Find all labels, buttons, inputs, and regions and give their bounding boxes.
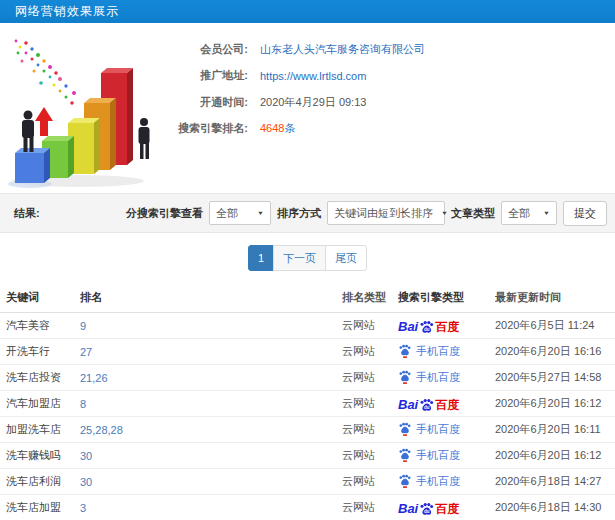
mobile-baidu-logo-icon: 手机百度: [398, 422, 460, 437]
filter-controls: 分搜索引擎查看 全部 ▼ 排序方式 关键词由短到长排序 ▼ 文章类型 全部 ▼ …: [126, 201, 607, 226]
info-fields: 会员公司: 山东老人头汽车服务咨询有限公司 推广地址: https://www.…: [160, 23, 615, 142]
rank-value[interactable]: 25,28,28: [80, 424, 123, 436]
mobile-baidu-paw-icon: [398, 448, 412, 463]
baidu-logo-suffix: 百度: [435, 399, 459, 411]
header-updated: 最新更新时间: [495, 290, 615, 305]
baidu-logo-prefix: Bai: [398, 502, 418, 515]
rank-value[interactable]: 8: [80, 398, 86, 410]
table-row: 加盟洗车店 25,28,28 云网站 du: [0, 417, 615, 443]
table-row: 开洗车行 27 云网站 du: [0, 339, 615, 365]
updated-cell: 2020年5月27日 14:58: [495, 370, 615, 385]
rank-value[interactable]: 30: [80, 476, 92, 488]
keyword-cell: 洗车店加盟: [0, 500, 80, 515]
rank-type-cell: 云网站: [342, 318, 398, 333]
engine-cell: du 手机百度: [398, 344, 495, 359]
mobile-baidu-label: 手机百度: [416, 370, 460, 385]
result-label: 结果:: [14, 206, 40, 221]
engine-cell: Bai du 百度: [398, 318, 495, 333]
info-section: 会员公司: 山东老人头汽车服务咨询有限公司 推广地址: https://www.…: [0, 23, 615, 193]
info-row-open-time: 开通时间: 2020年4月29日 09:13: [160, 89, 615, 116]
updated-cell: 2020年6月20日 16:16: [495, 344, 615, 359]
next-page-button[interactable]: 下一页: [273, 245, 326, 271]
table-header: 关键词 排名 排名类型 搜索引擎类型 最新更新时间: [0, 283, 615, 313]
updated-cell: 2020年6月20日 16:12: [495, 448, 615, 463]
updated-cell: 2020年6月20日 16:12: [495, 396, 615, 411]
engine-cell: du 手机百度: [398, 422, 495, 437]
up-arrow-icon: [35, 107, 53, 136]
page-button-1[interactable]: 1: [248, 245, 274, 271]
filter-bar: 结果: 分搜索引擎查看 全部 ▼ 排序方式 关键词由短到长排序 ▼ 文章类型 全…: [0, 193, 615, 233]
sort-filter-label: 排序方式: [277, 206, 321, 221]
rank-type-cell: 云网站: [342, 448, 398, 463]
last-page-button[interactable]: 尾页: [325, 245, 367, 271]
baidu-logo-suffix: 百度: [435, 321, 459, 333]
article-type-select[interactable]: 全部 ▼: [501, 201, 557, 225]
open-time-value: 2020年4月29日 09:13: [260, 95, 366, 110]
keyword-cell: 洗车店利润: [0, 474, 80, 489]
baidu-logo-suffix: 百度: [435, 503, 459, 515]
engine-select[interactable]: 全部 ▼: [209, 201, 271, 225]
svg-text:du: du: [424, 509, 430, 514]
baidu-paw-icon: du: [419, 398, 434, 411]
sort-select[interactable]: 关键词由短到长排序 ▼: [327, 201, 445, 225]
rank-type-cell: 云网站: [342, 474, 398, 489]
bar-chart-growth-illustration: [6, 31, 176, 193]
table-row: 洗车赚钱吗 30 云网站 du: [0, 443, 615, 469]
keyword-cell: 洗车店投资: [0, 370, 80, 385]
mobile-baidu-label: 手机百度: [416, 422, 460, 437]
engine-cell: Bai du 百度: [398, 396, 495, 411]
header-keyword: 关键词: [0, 290, 80, 305]
businessman-left: [22, 111, 34, 153]
submit-button[interactable]: 提交: [563, 201, 607, 226]
keyword-cell: 汽车加盟店: [0, 396, 80, 411]
rank-value[interactable]: 27: [80, 346, 92, 358]
baidu-logo-prefix: Bai: [398, 320, 418, 333]
updated-cell: 2020年6月5日 11:24: [495, 318, 615, 333]
keyword-cell: 开洗车行: [0, 344, 80, 359]
rank-value[interactable]: 30: [80, 450, 92, 462]
engine-cell: Bai du 百度: [398, 500, 495, 515]
mobile-baidu-logo-icon: 手机百度: [398, 344, 460, 359]
businessman-right: [139, 118, 150, 159]
header-rank: 排名: [80, 290, 342, 305]
mobile-baidu-logo-icon: 手机百度: [398, 474, 460, 489]
article-type-label: 文章类型: [451, 206, 495, 221]
keyword-cell: 洗车赚钱吗: [0, 448, 80, 463]
info-row-url: 推广地址: https://www.lrtlsd.com: [160, 63, 615, 90]
info-row-rank-count: 搜索引擎排名: 4648条: [160, 116, 615, 143]
header-rank-type: 排名类型: [342, 290, 398, 305]
baidu-logo-icon: Bai du 百度: [398, 396, 459, 411]
confetti-dots: [15, 40, 76, 105]
baidu-logo-prefix: Bai: [398, 398, 418, 411]
keyword-cell: 汽车美容: [0, 318, 80, 333]
baidu-paw-icon: du: [419, 320, 434, 333]
rank-value[interactable]: 9: [80, 320, 86, 332]
rank-count-value: 4648条: [260, 121, 295, 136]
info-row-company: 会员公司: 山东老人头汽车服务咨询有限公司: [160, 36, 615, 63]
promo-url-link[interactable]: https://www.lrtlsd.com: [260, 70, 366, 82]
sort-select-value: 关键词由短到长排序: [334, 206, 433, 221]
engine-cell: du 手机百度: [398, 370, 495, 385]
baidu-logo-icon: Bai du 百度: [398, 318, 459, 333]
engine-select-value: 全部: [216, 206, 249, 221]
rank-value[interactable]: 21,26: [80, 372, 108, 384]
mobile-baidu-label: 手机百度: [416, 448, 460, 463]
chevron-down-icon: ▼: [441, 210, 448, 216]
mobile-baidu-paw-icon: [398, 422, 412, 437]
engine-filter-label: 分搜索引擎查看: [126, 206, 203, 221]
mobile-baidu-label: 手机百度: [416, 344, 460, 359]
mobile-baidu-logo-icon: 手机百度: [398, 448, 460, 463]
rank-count-unit: 条: [284, 122, 295, 134]
svg-text:du: du: [424, 327, 430, 332]
bar-blue: [15, 148, 50, 183]
page-title: 网络营销效果展示: [15, 3, 119, 20]
mobile-baidu-label: 手机百度: [416, 474, 460, 489]
rank-value[interactable]: 3: [80, 502, 86, 514]
rank-type-cell: 云网站: [342, 422, 398, 437]
updated-cell: 2020年6月18日 14:27: [495, 474, 615, 489]
updated-cell: 2020年6月20日 16:11: [495, 422, 615, 437]
company-link[interactable]: 山东老人头汽车服务咨询有限公司: [260, 42, 425, 57]
article-type-select-value: 全部: [508, 206, 535, 221]
baidu-logo-icon: Bai du 百度: [398, 500, 459, 515]
mobile-baidu-paw-icon: [398, 474, 412, 489]
